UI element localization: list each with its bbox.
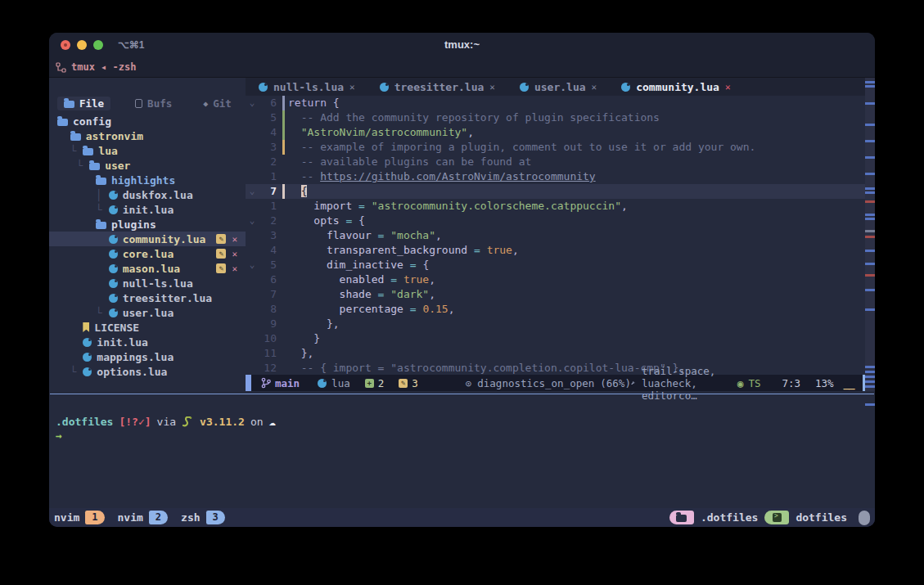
code-line[interactable]: 7 shade = "dark",	[246, 287, 865, 302]
close-buffer-icon[interactable]: ✕	[349, 82, 355, 92]
buffer-tab-null-ls.lua[interactable]: null-ls.lua✕	[259, 81, 355, 93]
tmux-window-2[interactable]: nvim2	[118, 511, 169, 524]
code-line[interactable]: 8 percentage = 0.15,	[246, 302, 865, 317]
tree-item-init.lua[interactable]: init.lua	[49, 335, 246, 349]
tree-guides: └	[57, 204, 109, 216]
close-buffer-icon[interactable]: ✕	[725, 82, 731, 92]
fold-icon[interactable]	[246, 287, 259, 302]
tmux-window-1[interactable]: nvim1	[54, 511, 105, 524]
tree-item-options.lua[interactable]: └ options.lua	[49, 364, 246, 379]
terminal-tab-label[interactable]: tmux ◂ -zsh	[71, 61, 136, 73]
fold-icon[interactable]	[246, 346, 259, 361]
fold-icon[interactable]	[246, 155, 259, 169]
tree-item-community.lua[interactable]: community.lua✎✕	[49, 232, 246, 246]
code-line[interactable]: ⌄7 {	[246, 184, 865, 199]
neovim-pane: File Bufs ◆ Git config astronvim └ lua └…	[49, 78, 875, 391]
fold-icon[interactable]	[246, 110, 259, 125]
tmux-window-name: nvim	[54, 511, 79, 524]
lua-file-icon	[109, 279, 118, 288]
fold-icon[interactable]	[246, 228, 259, 243]
fold-icon[interactable]	[246, 317, 259, 331]
tmux-window-3[interactable]: zsh3	[181, 511, 225, 524]
tree-item-lua[interactable]: └ lua	[49, 143, 246, 158]
tree-item-config[interactable]: config	[49, 114, 246, 128]
tree-item-treesitter.lua[interactable]: treesitter.lua	[49, 290, 246, 305]
close-buffer-icon[interactable]: ✕	[489, 82, 495, 92]
close-icon[interactable]: ✕	[232, 249, 237, 259]
code-token: --	[288, 170, 320, 182]
fold-icon[interactable]: ⌄	[246, 258, 259, 272]
code-line[interactable]: ⌄6return {	[246, 96, 865, 110]
fold-icon[interactable]	[246, 302, 259, 317]
explorer-tab-bufs[interactable]: Bufs	[128, 97, 178, 110]
code-token: true	[487, 244, 512, 256]
code-token: -- example of imporing a plugin, comment…	[288, 141, 755, 153]
mode-indicator	[246, 375, 251, 391]
tree-item-highlights[interactable]: highlights	[49, 173, 246, 187]
code-line[interactable]: 6 enabled = true,	[246, 272, 865, 287]
code-line[interactable]: 3 flavour = "mocha",	[246, 228, 865, 243]
tree-item-LICENSE[interactable]: LICENSE	[49, 320, 246, 335]
tmux-pane-border[interactable]	[49, 391, 875, 395]
explorer-tab-git[interactable]: ◆ Git	[196, 97, 238, 110]
lua-file-icon	[83, 367, 92, 376]
fold-icon[interactable]	[246, 331, 259, 346]
code-text: -- Add the community repository of plugi…	[288, 110, 865, 125]
code-line[interactable]: 3 -- example of imporing a plugin, comme…	[246, 140, 865, 155]
fold-icon[interactable]: ⌄	[246, 214, 259, 228]
tree-item-core.lua[interactable]: core.lua✎✕	[49, 246, 246, 261]
code-line[interactable]: ⌄5 dim_inactive = {	[246, 258, 865, 272]
fold-icon[interactable]	[246, 243, 259, 258]
tree-item-null-ls.lua[interactable]: null-ls.lua	[49, 276, 246, 290]
fold-icon[interactable]	[246, 361, 259, 375]
fold-icon[interactable]: ⌄	[246, 184, 259, 199]
git-sign	[280, 110, 288, 125]
fold-icon[interactable]	[246, 169, 259, 184]
code-line[interactable]: 4 "AstroNvim/astrocommunity",	[246, 125, 865, 140]
code-line[interactable]: 2 -- available plugins can be found at	[246, 155, 865, 169]
code-line[interactable]: 10 }	[246, 331, 865, 346]
code-line[interactable]: 1 -- https://github.com/AstroNvim/astroc…	[246, 169, 865, 184]
minimap-mark	[865, 263, 875, 265]
fold-icon[interactable]	[246, 125, 259, 140]
fold-icon[interactable]	[246, 199, 259, 214]
code-line[interactable]: 5 -- Add the community repository of plu…	[246, 110, 865, 125]
code-token: =	[352, 200, 371, 212]
close-icon[interactable]: ✕	[232, 234, 237, 245]
session-pill[interactable]	[764, 511, 789, 524]
code-line[interactable]: 1 import = "astrocommunity.colorscheme.c…	[246, 199, 865, 214]
added-value: 2	[378, 377, 385, 389]
tree-item-user.lua[interactable]: └ user.lua	[49, 305, 246, 320]
cloud-icon: ☁	[269, 415, 276, 428]
fold-icon[interactable]	[246, 272, 259, 287]
scrollbar-minimap[interactable]	[865, 78, 875, 391]
code-text: return {	[288, 96, 865, 110]
buffer-tab-community.lua[interactable]: community.lua✕	[621, 81, 730, 93]
code-line[interactable]: 9 },	[246, 317, 865, 331]
tree-item-user[interactable]: └ user	[49, 158, 246, 173]
code-line[interactable]: 11 },	[246, 346, 865, 361]
file-tree: config astronvim └ lua └ user highlights…	[49, 114, 246, 379]
tree-item-init.lua[interactable]: └ init.lua	[49, 202, 246, 217]
code-editor[interactable]: ⌄6return {5 -- Add the community reposit…	[246, 96, 865, 375]
tree-item-astronvim[interactable]: astronvim	[49, 128, 246, 143]
close-buffer-icon[interactable]: ✕	[592, 82, 597, 92]
tree-item-plugins[interactable]: plugins	[49, 217, 246, 232]
code-line[interactable]: 4 transparent_background = true,	[246, 243, 865, 258]
fold-icon[interactable]	[246, 140, 259, 155]
explorer-tab-file[interactable]: File	[57, 97, 110, 110]
tree-item-label: highlights	[111, 174, 175, 187]
fold-icon[interactable]: ⌄	[246, 96, 259, 110]
shell-pane[interactable]: .dotfiles [!?✓] via v3.11.2 on ☁ →	[49, 395, 875, 508]
folder-icon	[96, 178, 106, 185]
file-icon	[135, 99, 142, 108]
close-icon[interactable]: ✕	[232, 263, 237, 274]
tree-item-mason.lua[interactable]: mason.lua✎✕	[49, 261, 246, 276]
tree-item-mappings.lua[interactable]: mappings.lua	[49, 349, 246, 364]
tree-item-duskfox.lua[interactable]: │ duskfox.lua	[49, 187, 246, 202]
git-branch[interactable]: main	[261, 377, 300, 389]
buffer-tab-treesitter.lua[interactable]: treesitter.lua✕	[380, 81, 495, 93]
buffer-tab-user.lua[interactable]: user.lua✕	[520, 81, 597, 93]
minimap-mark	[865, 376, 875, 378]
code-line[interactable]: ⌄2 opts = {	[246, 214, 865, 228]
